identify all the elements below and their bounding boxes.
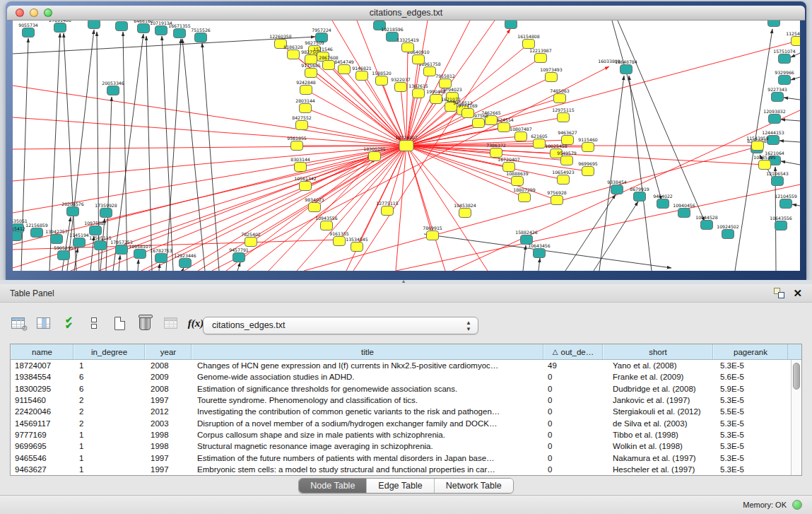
cell-pagerank: 5.3E-5 (713, 419, 788, 428)
new-table-button[interactable] (112, 315, 127, 331)
graph-node[interactable]: 16671355 (168, 23, 191, 38)
cell-out_de: 0 (543, 431, 603, 439)
graph-node[interactable]: 3915412 (13, 226, 25, 241)
graph-node-label: 10924502 (717, 224, 739, 229)
graph-node[interactable]: 1362615 (408, 83, 428, 98)
graph-node[interactable]: 9699695 (578, 161, 598, 176)
graph-node[interactable]: 12975115 (552, 107, 575, 122)
graph-node[interactable]: 10654923 (552, 170, 575, 185)
graph-node[interactable]: 9561855 (287, 136, 307, 151)
graph-node[interactable]: 12213987 (529, 48, 552, 63)
column-header-pagerank[interactable]: pagerank (713, 344, 788, 359)
graph-node[interactable]: 12106543 (766, 171, 789, 186)
table-row[interactable]: 1938455462009Genome-wide association stu… (11, 371, 791, 382)
graph-node[interactable]: 8679919 (630, 187, 649, 201)
tab-node-table[interactable]: Node Table (299, 479, 367, 493)
import-checklist-button[interactable]: ✔✔ (61, 315, 76, 331)
delete-table-button[interactable] (163, 315, 178, 331)
column-header-in_degree[interactable]: in_degree (73, 344, 145, 359)
graph-node[interactable]: 9329966 (775, 70, 794, 85)
network-canvas[interactable]: 9055734276914061055328715270026466160107… (13, 21, 800, 271)
graph-node[interactable]: 9175685 (301, 63, 321, 78)
graph-node[interactable]: 9242848 (296, 80, 316, 95)
table-settings-button[interactable]: ⚙ (10, 315, 25, 331)
window-title-bar[interactable]: citations_edges.txt (7, 6, 805, 21)
column-header-year[interactable]: year (145, 344, 192, 359)
network-graph[interactable]: 9055734276914061055328715270026466160107… (13, 21, 800, 271)
graph-node[interactable]: 12093832 (763, 109, 786, 124)
graph-node[interactable]: 10973493 (540, 67, 563, 82)
graph-node[interactable]: 9457791 (229, 247, 249, 262)
column-header-name[interactable]: name (11, 344, 73, 359)
row-height-button[interactable] (86, 315, 102, 331)
graph-node[interactable]: 1527002 (112, 21, 131, 31)
table-row[interactable]: 2242004622012Investigating the contribut… (11, 406, 791, 417)
graph-node[interactable]: 10924502 (717, 224, 739, 239)
table-row[interactable]: 1872400712008Changes of HCN gene express… (11, 360, 791, 371)
tab-edge-table[interactable]: Edge Table (367, 479, 434, 493)
graph-node[interactable]: 12775115 (376, 201, 399, 216)
scrollbar-thumb[interactable] (793, 363, 800, 390)
graph-node[interactable]: 8303144 (290, 157, 310, 172)
graph-node[interactable]: 12104559 (775, 194, 797, 209)
graph-node[interactable]: 10940456 (673, 203, 695, 218)
table-row[interactable]: 911546021997Tourette syndrome. Phenomeno… (11, 395, 791, 406)
graph-node-label: 7485063 (550, 88, 570, 93)
table-row[interactable]: 969969511998Structural magnetic resonanc… (11, 440, 791, 452)
graph-node[interactable]: 15882426 (515, 230, 538, 245)
graph-node[interactable]: 10944528 (695, 215, 718, 230)
graph-edge (90, 236, 94, 271)
graph-node[interactable]: 9463627 (558, 130, 577, 145)
graph-node[interactable]: 7869915 (423, 226, 442, 240)
close-panel-icon[interactable]: ✕ (793, 288, 802, 298)
table-row[interactable]: 946554611997Estimation of the future num… (11, 452, 791, 463)
column-header-short[interactable]: short (603, 344, 713, 359)
column-header-title[interactable]: title (192, 344, 543, 359)
tab-network-table[interactable]: Network Table (435, 479, 513, 493)
graph-node[interactable]: 9104457 (764, 21, 784, 27)
table-row[interactable]: 1456911722003Disruption of a novel membe… (11, 417, 791, 428)
graph-node[interactable]: 20053346 (102, 81, 124, 95)
function-builder-button[interactable]: f(x) (188, 315, 204, 331)
select-column-button[interactable] (35, 315, 51, 331)
graph-node[interactable]: 10643556 (770, 216, 792, 230)
column-header-label: out_de… (561, 348, 594, 356)
graph-node[interactable]: 18807299 (513, 187, 536, 202)
graph-node[interactable]: 7515526 (191, 28, 211, 42)
graph-node-label: 12923446 (174, 253, 196, 258)
graph-node[interactable]: 16154808 (517, 34, 540, 49)
table-row[interactable]: 946362711997Embryonic stem cells: a mode… (11, 464, 791, 475)
graph-node[interactable]: 15751074 (773, 49, 796, 64)
memory-ok-indicator[interactable] (792, 500, 802, 510)
graph-node[interactable]: 9227343 (767, 87, 787, 102)
graph-node[interactable]: 5905195 (54, 245, 73, 260)
graph-node[interactable]: 12156859 (25, 223, 48, 238)
graph-node[interactable]: 27691406 (49, 21, 71, 33)
graph-node[interactable]: 10807487 (510, 127, 532, 141)
column-header-out_de[interactable]: △out_de… (543, 344, 603, 359)
graph-node[interactable]: 1588520 (372, 71, 392, 86)
graph-node[interactable]: 9454022 (653, 194, 673, 209)
graph-node[interactable]: 9115460 (578, 137, 598, 152)
graph-node[interactable]: 8427552 (292, 115, 312, 130)
graph-node[interactable]: 10553287 (83, 21, 105, 29)
delete-rows-button[interactable] (137, 315, 153, 331)
graph-node[interactable]: 621605 (531, 134, 548, 148)
graph-node[interactable]: 9834023 (305, 197, 324, 212)
table-row[interactable]: 1830029562008Estimation of significance … (11, 383, 791, 395)
graph-node[interactable]: 13534545 (346, 237, 368, 252)
graph-node[interactable]: 13942757 (45, 229, 68, 244)
graph-node[interactable]: 8186328 (283, 45, 303, 59)
table-row[interactable]: 977716911998Corpus callosum shape and si… (11, 429, 791, 440)
table-scrollbar[interactable] (791, 360, 801, 475)
graph-node[interactable]: 9055734 (18, 23, 38, 37)
graph-node[interactable]: 10453824 (454, 203, 476, 218)
graph-node[interactable]: 20206576 (61, 201, 84, 216)
float-panel-icon[interactable] (774, 288, 784, 298)
graph-node[interactable]: 10643456 (528, 243, 551, 258)
splitter-grip-icon[interactable]: ▴ (402, 278, 405, 284)
graph-node[interactable]: 2687682 (501, 21, 521, 29)
graph-node[interactable]: 7825402 (241, 232, 261, 247)
table-source-select[interactable]: citations_edges.txt ▲▼ (203, 317, 478, 334)
graph-node[interactable]: 9146821 (352, 66, 372, 81)
